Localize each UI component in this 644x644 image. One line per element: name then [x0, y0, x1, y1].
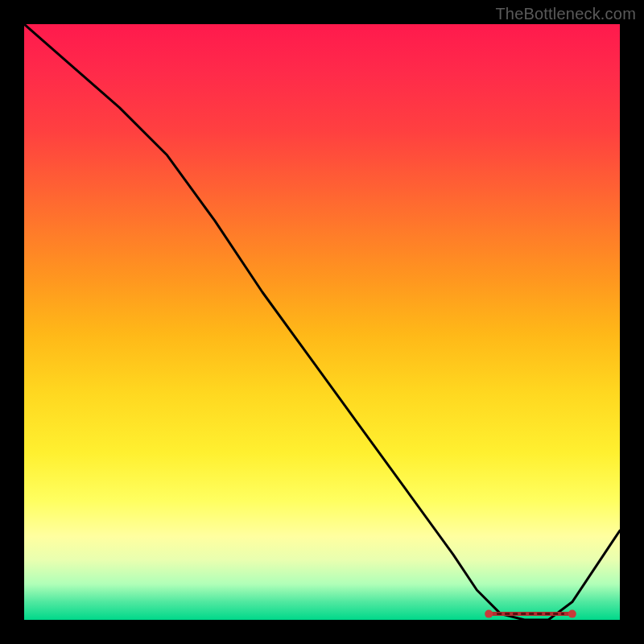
attribution-label: TheBottleneck.com: [495, 5, 636, 23]
chart-overlay: [24, 24, 620, 620]
bottleneck-curve: [24, 24, 620, 620]
chart-frame: TheBottleneck.com: [0, 0, 644, 644]
optimum-band-start-dot: [485, 610, 493, 618]
optimum-band-end-dot: [568, 610, 576, 618]
plot-area: [24, 24, 620, 620]
